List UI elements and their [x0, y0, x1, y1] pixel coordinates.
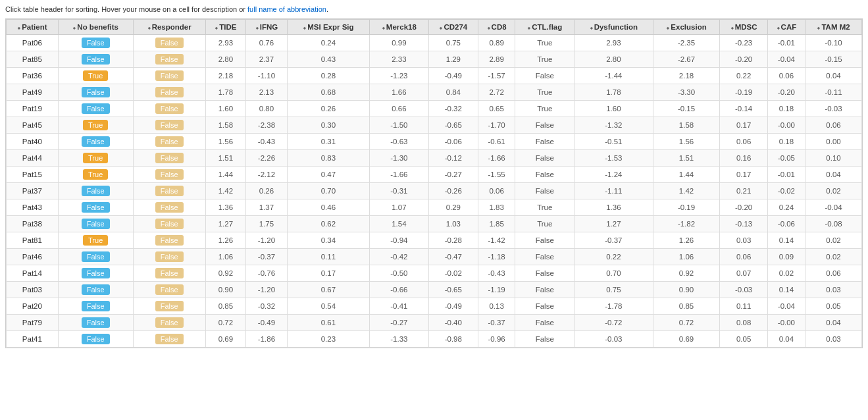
cell-responder: False: [133, 134, 205, 150]
cell-ctl_flag: False: [515, 150, 574, 167]
cell-ifng: 2.37: [245, 51, 287, 68]
cell-exclusion: -1.82: [653, 216, 720, 232]
cell-merck18: 0.99: [369, 35, 428, 51]
table-row: Pat38FalseFalse1.271.750.621.541.031.85T…: [7, 216, 862, 232]
sort-icon: ⬥: [487, 24, 490, 31]
cell-cd274: -0.49: [428, 298, 478, 315]
cell-cd8: -0.61: [478, 134, 515, 150]
cell-msi_expr_sig: 0.30: [287, 117, 369, 134]
column-header-no_benefits[interactable]: ⬥No benefits: [58, 20, 133, 35]
cell-patient: Pat15: [7, 167, 59, 183]
cell-cd274: 0.29: [428, 199, 478, 216]
column-header-msi_expr_sig[interactable]: ⬥MSI Expr Sig: [287, 20, 369, 35]
badge-true: True: [83, 70, 108, 81]
cell-cd274: -0.40: [428, 315, 478, 331]
cell-patient: Pat40: [7, 134, 59, 150]
cell-tide: 1.58: [205, 117, 245, 134]
cell-mdsc: -0.03: [720, 282, 767, 298]
table-header-row: ⬥Patient⬥No benefits⬥Responder⬥TIDE⬥IFNG…: [7, 20, 862, 35]
cell-ifng: -0.49: [245, 315, 287, 331]
instruction-text: Click table header for sorting. Hover yo…: [5, 5, 863, 13]
column-header-mdsc[interactable]: ⬥MDSC: [720, 20, 767, 35]
column-header-ctl_flag[interactable]: ⬥CTL.flag: [515, 20, 574, 35]
badge-false-responder: False: [155, 268, 184, 278]
table-row: Pat36TrueFalse2.18-1.100.28-1.23-0.49-1.…: [7, 68, 862, 84]
column-header-patient[interactable]: ⬥Patient: [7, 20, 59, 35]
cell-mdsc: 0.11: [720, 298, 767, 315]
table-row: Pat37FalseFalse1.420.260.70-0.31-0.260.0…: [7, 183, 862, 199]
column-header-cd274[interactable]: ⬥CD274: [428, 20, 478, 35]
cell-no_benefits: True: [58, 150, 133, 167]
cell-ifng: 0.26: [245, 183, 287, 199]
cell-caf: 0.06: [767, 68, 805, 84]
cell-dysfunction: 2.93: [574, 35, 653, 51]
cell-patient: Pat41: [7, 331, 59, 348]
cell-mdsc: 0.06: [720, 134, 767, 150]
table-row: Pat19FalseFalse1.600.800.260.66-0.320.65…: [7, 101, 862, 117]
cell-patient: Pat06: [7, 35, 59, 51]
cell-ctl_flag: False: [515, 282, 574, 298]
column-header-merck18[interactable]: ⬥Merck18: [369, 20, 428, 35]
cell-cd8: -0.43: [478, 265, 515, 282]
cell-cd8: -1.70: [478, 117, 515, 134]
cell-responder: False: [133, 315, 205, 331]
column-header-tam_m2[interactable]: ⬥TAM M2: [805, 20, 862, 35]
cell-tam_m2: -0.11: [805, 84, 862, 101]
cell-tide: 1.42: [205, 183, 245, 199]
cell-responder: False: [133, 35, 205, 51]
cell-merck18: -0.41: [369, 298, 428, 315]
cell-exclusion: 1.44: [653, 167, 720, 183]
cell-tide: 1.60: [205, 101, 245, 117]
cell-tam_m2: 0.06: [805, 117, 862, 134]
cell-no_benefits: False: [58, 51, 133, 68]
column-header-dysfunction[interactable]: ⬥Dysfunction: [574, 20, 653, 35]
table-row: Pat43FalseFalse1.361.370.461.070.291.83T…: [7, 199, 862, 216]
cell-patient: Pat85: [7, 51, 59, 68]
table-row: Pat46FalseFalse1.06-0.370.11-0.42-0.47-1…: [7, 249, 862, 265]
cell-responder: False: [133, 183, 205, 199]
cell-dysfunction: 1.36: [574, 199, 653, 216]
column-header-caf[interactable]: ⬥CAF: [767, 20, 805, 35]
table-row: Pat03FalseFalse0.90-1.200.67-0.66-0.65-1…: [7, 282, 862, 298]
sort-icon: ⬥: [439, 24, 442, 31]
full-name-link[interactable]: full name of abbreviation: [247, 5, 326, 13]
cell-dysfunction: -1.32: [574, 117, 653, 134]
cell-msi_expr_sig: 0.24: [287, 35, 369, 51]
badge-false: False: [82, 186, 110, 196]
cell-dysfunction: 0.22: [574, 249, 653, 265]
column-header-ifng[interactable]: ⬥IFNG: [245, 20, 287, 35]
cell-msi_expr_sig: 0.28: [287, 68, 369, 84]
column-header-tide[interactable]: ⬥TIDE: [205, 20, 245, 35]
cell-dysfunction: -1.11: [574, 183, 653, 199]
cell-cd274: 0.84: [428, 84, 478, 101]
table-row: Pat49FalseFalse1.782.130.681.660.842.72T…: [7, 84, 862, 101]
cell-caf: 0.04: [767, 331, 805, 348]
cell-msi_expr_sig: 0.70: [287, 183, 369, 199]
table-body: Pat06FalseFalse2.930.760.240.990.750.89T…: [7, 35, 862, 348]
cell-tam_m2: 0.05: [805, 298, 862, 315]
column-header-exclusion[interactable]: ⬥Exclusion: [653, 20, 720, 35]
cell-tam_m2: 0.02: [805, 232, 862, 249]
cell-cd274: -0.98: [428, 331, 478, 348]
column-header-responder[interactable]: ⬥Responder: [133, 20, 205, 35]
cell-mdsc: -0.20: [720, 51, 767, 68]
cell-tam_m2: 0.02: [805, 249, 862, 265]
cell-ctl_flag: True: [515, 51, 574, 68]
cell-tide: 2.18: [205, 68, 245, 84]
cell-dysfunction: -0.51: [574, 134, 653, 150]
cell-caf: 0.24: [767, 199, 805, 216]
cell-responder: False: [133, 101, 205, 117]
sort-icon: ⬥: [777, 24, 780, 31]
table-row: Pat40FalseFalse1.56-0.430.31-0.63-0.06-0…: [7, 134, 862, 150]
cell-ctl_flag: False: [515, 249, 574, 265]
cell-patient: Pat36: [7, 68, 59, 84]
cell-tide: 1.44: [205, 167, 245, 183]
badge-false-responder: False: [155, 219, 184, 229]
cell-msi_expr_sig: 0.54: [287, 298, 369, 315]
column-header-cd8[interactable]: ⬥CD8: [478, 20, 515, 35]
cell-dysfunction: 0.70: [574, 265, 653, 282]
badge-false-responder: False: [155, 186, 184, 196]
badge-true: True: [83, 235, 108, 246]
cell-caf: 0.14: [767, 282, 805, 298]
badge-false-responder: False: [155, 136, 184, 147]
